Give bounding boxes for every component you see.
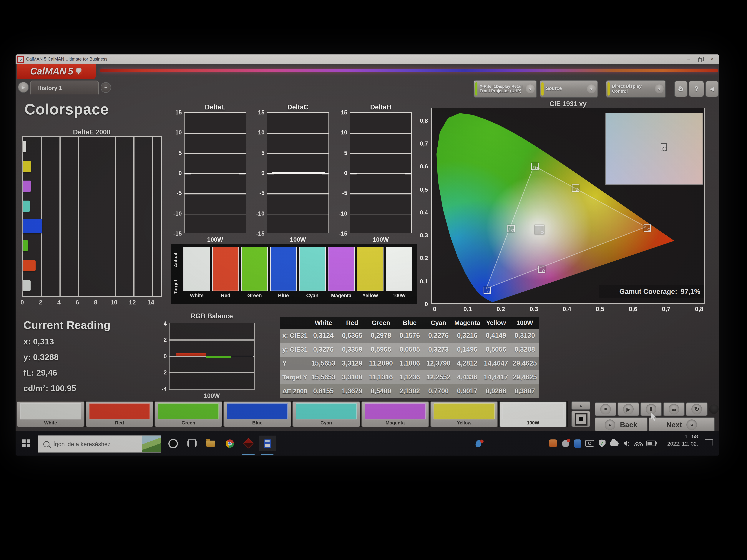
volume-icon[interactable]: ): [621, 438, 632, 448]
table-cell: 0,5056: [482, 346, 510, 353]
rgb-bar-blue: [231, 355, 253, 356]
current-reading-title: Current Reading: [23, 319, 110, 332]
onedrive-cloud-icon[interactable]: [609, 438, 619, 448]
table-cell: 0,9017: [453, 387, 482, 395]
notification-icon: [704, 439, 713, 447]
pattern-window-button[interactable]: [571, 410, 590, 427]
chevron-down-icon: ▼: [75, 68, 82, 75]
tray-app-blue-icon[interactable]: [572, 438, 583, 448]
patch-label: White: [17, 420, 84, 426]
action-center-button[interactable]: [704, 438, 714, 448]
table-cell: 3,3129: [338, 359, 366, 367]
deltae-bar-cyan: [23, 201, 30, 212]
table-cell: 0,3807: [510, 387, 539, 395]
display-control-label: Direct Display Control: [612, 84, 642, 94]
delta-zero-tick: [350, 172, 357, 174]
table-cell: 0,1576: [395, 332, 424, 340]
patch-button-white[interactable]: White: [17, 401, 84, 427]
patch-button-cyan[interactable]: Cyan: [292, 401, 360, 427]
tick-label: 0,1: [460, 305, 476, 312]
scroll-up-button[interactable]: ▲: [571, 401, 590, 410]
app-active-underline: [242, 454, 255, 455]
table-cell: 11,2890: [367, 359, 395, 367]
gridline: [184, 214, 246, 214]
patch-button-magenta[interactable]: Magenta: [361, 401, 429, 427]
weather-tray-icon[interactable]: [473, 438, 484, 448]
dark-circle-button[interactable]: [709, 404, 719, 414]
active-app-button[interactable]: [259, 435, 276, 451]
reading-x: x: 0,313: [23, 337, 54, 346]
add-tab-button[interactable]: +: [101, 82, 111, 93]
table-row-header: ΔE 2000: [280, 388, 309, 394]
next-button[interactable]: Next »: [649, 417, 715, 432]
chevron-down-icon: ▼: [655, 84, 664, 93]
chrome-button[interactable]: [221, 435, 238, 451]
restore-button[interactable]: [698, 57, 703, 62]
refresh-button[interactable]: ↻: [686, 402, 707, 416]
gridline: [170, 340, 254, 340]
tray-app-gray-icon[interactable]: [560, 438, 570, 448]
source-dropdown[interactable]: Source ▼: [540, 80, 598, 98]
window-pattern-icon: [574, 412, 587, 425]
table-cell: 0,3124: [309, 332, 338, 340]
table-cell: 0,1496: [453, 346, 482, 353]
swatch-magenta: [328, 247, 355, 291]
next-chevron-icon: »: [687, 419, 697, 430]
table-cell: 14,4647: [482, 359, 510, 367]
gridline: [350, 193, 411, 194]
cie-marker-magenta: [538, 266, 545, 273]
up-arrow-icon: ▲: [579, 404, 583, 407]
patch-button-red[interactable]: Red: [85, 401, 153, 427]
tick-label: 15: [166, 109, 182, 115]
taskbar-search[interactable]: Írjon ide a kereséshez: [38, 435, 161, 453]
table-col-header: Red: [338, 319, 366, 326]
table-cell: 0,3130: [510, 332, 539, 340]
clock-time: 11:58: [651, 433, 698, 441]
settings-button[interactable]: ⚙: [674, 81, 688, 97]
back-chevron-icon: «: [605, 419, 615, 430]
file-explorer-button[interactable]: [202, 435, 219, 451]
help-button[interactable]: ?: [689, 81, 704, 97]
tick-label: 0,6: [625, 305, 641, 312]
patch-swatch: [365, 403, 426, 420]
loop-button[interactable]: ∞: [663, 402, 685, 416]
taskbar-clock[interactable]: 11:58 2022. 12. 02.: [651, 433, 698, 447]
patch-button-green[interactable]: Green: [155, 401, 222, 427]
calman-app-button[interactable]: [240, 435, 257, 451]
reading-cdm2: cd/m²: 100,95: [23, 383, 76, 393]
patch-button-yellow[interactable]: Yellow: [430, 401, 498, 427]
patch-button-100w[interactable]: 100W: [499, 401, 567, 427]
cortana-button[interactable]: [164, 435, 181, 451]
table-cell: 0,4149: [482, 332, 510, 340]
rgb-bar-red: [176, 353, 206, 356]
tick-label: 0: [16, 299, 29, 305]
display-control-dropdown[interactable]: Direct Display Control ▼: [606, 80, 666, 98]
reading-fl: fL: 29,46: [23, 368, 57, 377]
deltae-bar-blue: [23, 219, 43, 233]
patch-button-blue[interactable]: Blue: [224, 401, 291, 427]
task-view-button[interactable]: [183, 435, 200, 451]
tick-label: -5: [332, 190, 347, 196]
cie-marker-dot: [576, 188, 579, 191]
calman-logo[interactable]: CalMAN5 ▼: [17, 64, 96, 79]
run-tab-button[interactable]: ▶: [18, 82, 29, 93]
stop-button[interactable]: ■: [595, 402, 616, 416]
meter-dropdown[interactable]: X-Rite i1Display RetailFront Projector (…: [473, 80, 537, 98]
close-button[interactable]: ×: [711, 57, 714, 62]
tab-history-1[interactable]: History 1: [30, 81, 99, 95]
collapse-panel-button[interactable]: ◀: [705, 81, 719, 97]
tray-app-orange-icon[interactable]: [548, 438, 558, 448]
start-button[interactable]: [16, 431, 37, 456]
tray-display-icon[interactable]: [585, 438, 595, 448]
gridline: [97, 137, 97, 296]
security-shield-icon[interactable]: ✓: [597, 438, 607, 448]
cie-marker-dot: [541, 231, 543, 234]
table-cell: 0,5400: [367, 387, 395, 395]
minimize-button[interactable]: –: [687, 57, 690, 62]
wifi-icon[interactable]: [634, 438, 644, 448]
tick-label: 0,3: [411, 232, 428, 238]
table-cell: 0,8155: [309, 387, 338, 395]
play-button[interactable]: ▶: [618, 402, 639, 416]
back-button[interactable]: « Back: [595, 417, 647, 432]
search-icon: [43, 441, 49, 447]
